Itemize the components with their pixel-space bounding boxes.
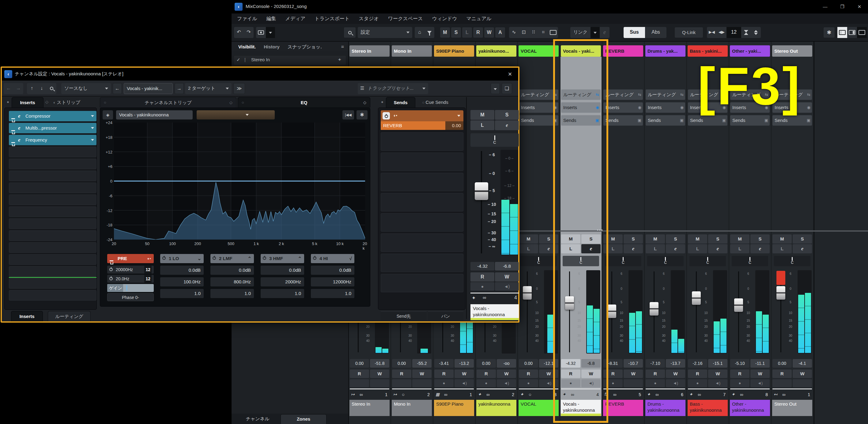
read-button[interactable]: R (646, 369, 665, 378)
pan-control[interactable]: C (689, 256, 726, 266)
read-button[interactable]: R (730, 369, 749, 378)
band-freq-value[interactable]: 12000Hz (311, 277, 354, 286)
band-freq-value[interactable]: 100.0Hz (160, 277, 204, 286)
write-button[interactable]: W (497, 369, 516, 378)
write-button[interactable]: W (495, 272, 519, 281)
left-zone-button[interactable] (837, 27, 847, 38)
mute-button[interactable]: M (470, 110, 494, 120)
output-routing[interactable]: ↦○2 (392, 391, 432, 399)
close-button[interactable]: ✕ (851, 0, 868, 13)
channel-name-box[interactable]: Stereo In (349, 400, 390, 416)
fader-handle[interactable] (607, 305, 616, 318)
edit-button[interactable]: e (793, 244, 812, 253)
channel-name-box[interactable]: Mono In (392, 400, 432, 416)
solo-button[interactable]: S (624, 234, 643, 244)
output-routing[interactable]: ✦∞7 (688, 391, 727, 399)
record-arm-button[interactable]: ● (434, 379, 454, 387)
tab-zones[interactable]: Zones (281, 414, 327, 424)
tab-channel[interactable]: チャンネル (238, 414, 278, 424)
tab-eq[interactable]: ○ EQ ◇ (238, 97, 370, 108)
fader-value[interactable]: -2.16 (688, 359, 707, 368)
rack-sends-button[interactable]: Sends▣ (519, 115, 558, 126)
output-routing[interactable]: ▦∞1 (434, 391, 474, 399)
meter-peak-value[interactable]: -15.1 (708, 359, 727, 368)
edit-button[interactable]: e (624, 244, 643, 253)
record-arm-button[interactable]: ● (476, 379, 496, 387)
search-button[interactable] (344, 27, 356, 38)
eq-pre-header[interactable]: PRE ●• (107, 254, 154, 263)
visibility-row[interactable]: ✓ | Stereo In ✦ (234, 56, 346, 65)
insert-slot-1[interactable]: eCompressor (9, 111, 96, 121)
shrink-width-button[interactable]: ▶◀ (707, 27, 717, 38)
edit-button[interactable]: e (750, 244, 770, 253)
eq-reset-button[interactable]: |◀◀ (342, 110, 354, 119)
read-button[interactable]: R (688, 369, 707, 378)
eq-band-header[interactable]: 4 HI√ (311, 254, 354, 263)
fader-handle[interactable] (650, 302, 658, 315)
copy-settings-button[interactable]: ≫ (234, 83, 245, 94)
tab-routing-bottom[interactable]: ルーティング (48, 311, 91, 321)
meter-peak-value[interactable]: -oo (497, 359, 516, 368)
fader-value[interactable]: -3.41 (434, 359, 454, 368)
write-button[interactable]: W (793, 369, 812, 378)
snapshot-camera-button[interactable] (256, 27, 266, 38)
send-slot-6[interactable] (381, 213, 463, 232)
minimize-button[interactable]: — (816, 0, 834, 13)
chevron-down-icon[interactable] (91, 115, 94, 117)
meter-peak-value[interactable]: -13.2 (455, 359, 474, 368)
fader-track[interactable] (527, 271, 528, 352)
expand-width-button[interactable]: ◀▶ (717, 27, 726, 38)
maximize-button[interactable]: ❐ (834, 0, 851, 13)
insert-slot-2[interactable]: eMultib...pressor (9, 123, 96, 133)
left-panel-tab-1[interactable]: History (264, 44, 280, 49)
solo-button[interactable]: S (495, 110, 519, 120)
mute-button[interactable]: M (772, 234, 792, 244)
band-gain-value[interactable]: 0.0dB (261, 266, 304, 275)
eq-pre-phase[interactable]: Phase 0- (107, 293, 154, 301)
record-arm-button[interactable]: ● (688, 379, 707, 387)
pan-control[interactable]: C (647, 256, 684, 266)
read-button[interactable]: R (434, 369, 454, 378)
edit-button[interactable]: e (495, 120, 519, 130)
edit-icon[interactable]: e (18, 123, 21, 133)
record-arm-button[interactable]: ● (646, 379, 665, 387)
mute-button[interactable]: M (519, 234, 538, 244)
edit-icon[interactable]: e (18, 135, 21, 145)
gain-slider-handle[interactable] (126, 285, 127, 291)
channel-search-button[interactable] (46, 83, 56, 94)
eq-band-header[interactable]: 2 LMF⌃ (210, 254, 254, 263)
source-arrow-button[interactable]: ← (113, 83, 122, 94)
fader-value[interactable]: 0.00 (392, 359, 411, 368)
pan-control[interactable]: C (774, 256, 810, 266)
output-routing[interactable]: ↤∞1 (772, 391, 812, 399)
automation-icon-button[interactable]: ∿ (509, 27, 519, 38)
eq-nav-button[interactable]: ◈ (103, 110, 113, 119)
menu-2[interactable]: メディア (285, 16, 306, 22)
monitor-button[interactable]: ◄) (455, 379, 474, 387)
band-gain-value[interactable]: 0.0dB (160, 266, 204, 275)
meter-peak-value[interactable]: -51.8 (370, 359, 389, 368)
rack-sends-button[interactable]: Sends▣ (772, 115, 812, 126)
monitor-button[interactable]: ◄) (708, 379, 727, 387)
fader-handle[interactable] (523, 286, 532, 300)
insert-slot-13[interactable] (9, 254, 96, 265)
rack-sends-button[interactable]: Sends▣ (646, 115, 685, 126)
band-freq-value[interactable]: 2000Hz (261, 277, 304, 286)
rack-inserts-button[interactable]: Inserts◉ (646, 102, 685, 113)
output-routing[interactable]: ✦∞8 (730, 391, 770, 399)
channel-name-box[interactable]: yakinikunoonna (476, 400, 517, 416)
view-agent-combo[interactable]: 設定 (358, 27, 412, 38)
faders-view-button[interactable]: ⁝⁝ (529, 27, 538, 38)
redo-button[interactable]: ↷ (244, 27, 254, 38)
band-gain-value[interactable]: 0.0dB (210, 266, 254, 275)
fader-handle[interactable] (776, 286, 785, 300)
pan-control[interactable]: C (470, 133, 519, 147)
insert-slot-7[interactable] (9, 183, 96, 193)
band-q-value[interactable]: 1.0 (210, 289, 254, 298)
tab-cue-sends[interactable]: ○ Cue Sends (422, 97, 448, 108)
fader-value[interactable]: -4.32 (470, 262, 494, 271)
eq-settings-gear-button[interactable]: ✱ (356, 110, 368, 119)
rack-sends-button[interactable]: Sends▣ (603, 115, 643, 126)
eq-plot[interactable] (114, 123, 365, 240)
insert-slot-4[interactable] (9, 147, 96, 157)
